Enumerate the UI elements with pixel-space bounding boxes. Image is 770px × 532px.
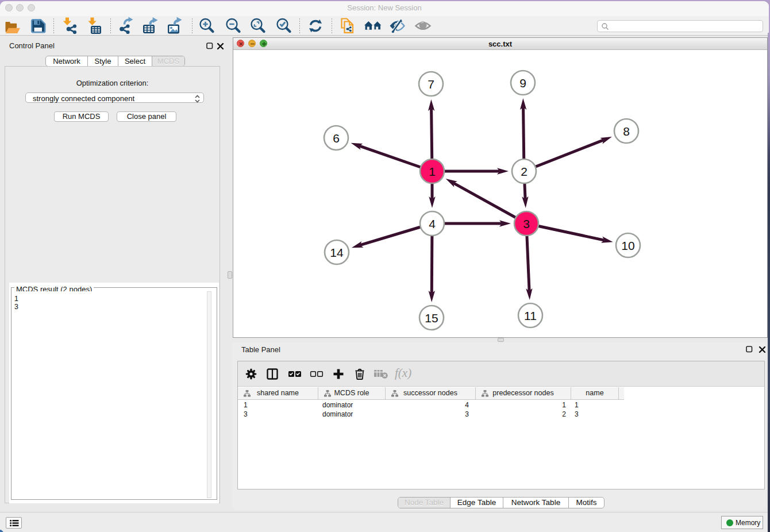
svg-text:1: 1	[429, 165, 436, 178]
svg-text:7: 7	[428, 78, 434, 91]
svg-text:11: 11	[524, 309, 537, 322]
svg-text:8: 8	[623, 125, 630, 138]
svg-text:2: 2	[521, 165, 528, 178]
svg-text:4: 4	[429, 217, 436, 230]
svg-text:9: 9	[519, 76, 526, 90]
svg-text:3: 3	[523, 217, 530, 230]
svg-text:6: 6	[333, 132, 340, 145]
svg-text:15: 15	[425, 311, 438, 325]
svg-text:10: 10	[621, 239, 634, 252]
svg-text:14: 14	[330, 246, 344, 259]
